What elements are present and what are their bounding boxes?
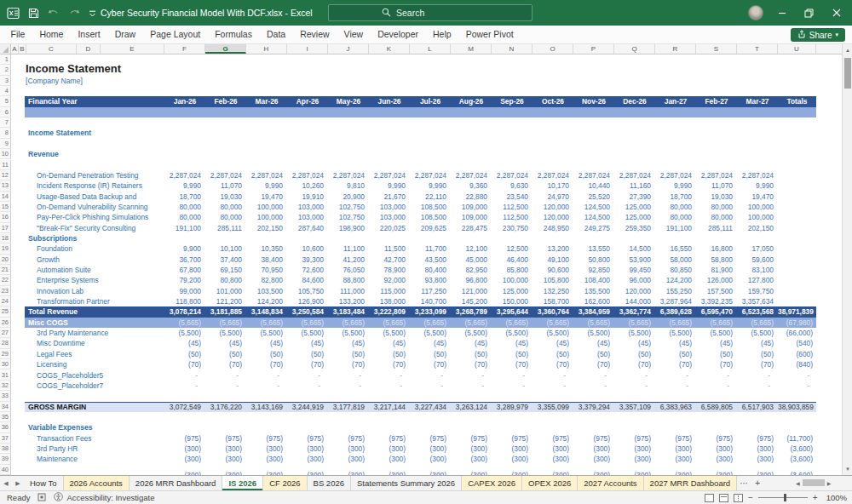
cell[interactable]: 202,150	[246, 223, 283, 233]
cell[interactable]: 115,000	[369, 286, 406, 296]
close-button[interactable]	[824, 0, 849, 26]
view-normal-button[interactable]	[705, 494, 714, 502]
cell[interactable]: 10,600	[287, 243, 324, 254]
cell[interactable]: (975)	[532, 433, 569, 444]
cell[interactable]: 13,200	[532, 243, 569, 254]
cell[interactable]: 93,800	[410, 275, 446, 285]
cell[interactable]: 3,222,809	[369, 306, 406, 317]
section-label[interactable]: Subscriptions	[28, 233, 199, 243]
cell[interactable]: -	[328, 370, 361, 381]
cell[interactable]: 42,700	[369, 255, 406, 265]
cell[interactable]: 3,384,959	[573, 306, 610, 317]
cell[interactable]: (50)	[451, 349, 487, 359]
cell[interactable]: (300)	[492, 444, 528, 454]
cell[interactable]: 85,800	[492, 265, 528, 275]
row-header-33[interactable]: 33	[0, 391, 11, 401]
cell[interactable]: -	[532, 381, 566, 391]
cell[interactable]: 10,170	[532, 180, 569, 191]
cell[interactable]: (50)	[246, 349, 283, 359]
cell[interactable]: (45)	[205, 338, 242, 348]
cell[interactable]: 3,355,099	[532, 402, 569, 412]
row-label[interactable]: Pay-Per-Click Phishing Simulations	[37, 212, 173, 222]
cell[interactable]: 108,400	[573, 275, 610, 285]
cell[interactable]: 100,000	[492, 275, 528, 285]
cell[interactable]: (3,600)	[778, 454, 813, 464]
cell[interactable]: 103,500	[246, 286, 283, 296]
more-sheets-button[interactable]: ⋯	[737, 476, 751, 490]
cell[interactable]: 248,950	[532, 223, 569, 233]
cell[interactable]: 150,000	[492, 296, 528, 306]
month-header[interactable]: Jan-26	[164, 96, 205, 106]
cell[interactable]: (600)	[778, 349, 813, 359]
cell[interactable]: 230,750	[492, 223, 528, 233]
row-header-14[interactable]: 14	[0, 192, 11, 202]
cell[interactable]: 6,523,568	[737, 306, 774, 317]
cell[interactable]: -	[410, 370, 443, 381]
zoom-slider[interactable]	[758, 497, 808, 498]
cell[interactable]: (300)	[328, 444, 365, 454]
cell[interactable]: 105,750	[287, 286, 324, 296]
cell[interactable]: 23,540	[492, 192, 528, 202]
accessibility-checker[interactable]: Accessibility: Investigate	[54, 492, 154, 503]
cell[interactable]: 14,500	[614, 243, 651, 254]
cell[interactable]: 138,000	[369, 296, 406, 306]
horizontal-scrollbar[interactable]: ◀ ▶	[796, 478, 849, 488]
cell[interactable]: (70)	[492, 359, 528, 369]
cell[interactable]: (975)	[573, 433, 610, 444]
month-header[interactable]: May-26	[328, 96, 369, 106]
row-label[interactable]: "Break-Fix" Security Consulting	[37, 223, 173, 233]
month-header[interactable]: Nov-26	[573, 96, 614, 106]
cell[interactable]: 111,000	[328, 286, 365, 296]
cell[interactable]: (975)	[246, 433, 283, 444]
cell[interactable]: 3,181,885	[205, 306, 242, 317]
cell[interactable]: -	[287, 381, 320, 391]
zoom-in-button[interactable]: +	[813, 493, 818, 502]
cell[interactable]: 80,850	[655, 265, 692, 275]
cell[interactable]: (50)	[573, 349, 610, 359]
cell[interactable]: 3,287,964	[655, 296, 692, 306]
cell[interactable]: 80,000	[164, 202, 201, 212]
cell[interactable]: (300)	[614, 454, 651, 464]
cell[interactable]: (975)	[451, 433, 487, 444]
sheet-title[interactable]: Income Statement	[26, 64, 281, 74]
column-header-B[interactable]: B	[19, 44, 26, 54]
cell[interactable]: 120,000	[532, 212, 569, 222]
cell[interactable]: 162,600	[573, 296, 610, 306]
row-header-30[interactable]: 30	[0, 359, 11, 369]
cell[interactable]: 2,287,024	[696, 170, 733, 180]
cell[interactable]: 6,383,963	[655, 402, 692, 412]
row-header-12[interactable]: 12	[0, 170, 11, 180]
cell[interactable]: 82,800	[246, 275, 283, 285]
cell[interactable]: 9,900	[164, 243, 201, 254]
cell[interactable]: 209,625	[410, 223, 446, 233]
cell[interactable]: 92,850	[573, 265, 610, 275]
cell[interactable]: 9,990	[737, 180, 774, 191]
row-label[interactable]: On-Demand Penetration Testing	[37, 170, 173, 180]
cell[interactable]: 19,030	[696, 192, 733, 202]
cell[interactable]: -	[328, 381, 361, 391]
restore-button[interactable]	[797, 0, 820, 26]
cell[interactable]: 2,287,024	[532, 170, 569, 180]
cell[interactable]: (50)	[696, 349, 733, 359]
cell[interactable]: 9,990	[246, 180, 283, 191]
cell[interactable]: 120,000	[532, 202, 569, 212]
cell[interactable]: 124,500	[573, 212, 610, 222]
cell[interactable]: 102,750	[328, 212, 365, 222]
cell[interactable]: -	[492, 370, 525, 381]
cell[interactable]: (300)	[164, 444, 201, 454]
cell[interactable]: 102,750	[328, 202, 365, 212]
cell[interactable]: 80,000	[655, 202, 692, 212]
cell[interactable]: 6,589,805	[696, 402, 733, 412]
cell[interactable]: 80,000	[205, 212, 242, 222]
cell[interactable]: (70)	[573, 359, 610, 369]
avatar[interactable]	[748, 5, 763, 20]
cell[interactable]: (5,665)	[205, 318, 242, 328]
cell[interactable]: (45)	[328, 338, 365, 348]
cell[interactable]: 3,379,294	[573, 402, 610, 412]
cell[interactable]: 125,000	[614, 202, 651, 212]
cell[interactable]: 2,287,024	[655, 170, 692, 180]
cell[interactable]: 2,287,024	[205, 170, 242, 180]
cell[interactable]: (300)	[655, 454, 692, 464]
cell[interactable]: 12,500	[492, 243, 528, 254]
cell[interactable]: 70,950	[246, 265, 283, 275]
